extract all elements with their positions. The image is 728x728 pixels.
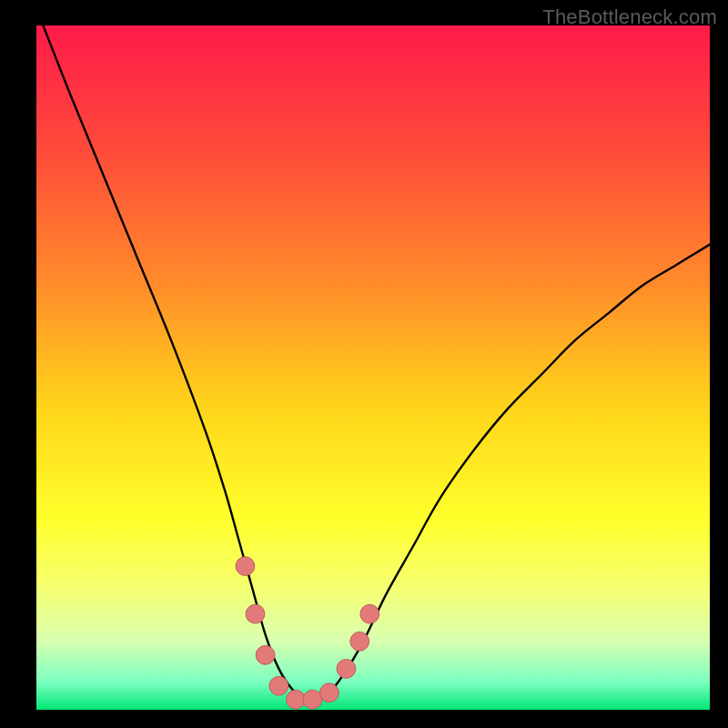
marker-point <box>236 557 255 576</box>
marker-point <box>360 604 379 623</box>
watermark-text: TheBottleneck.com <box>542 5 717 29</box>
marker-point <box>256 645 275 664</box>
marker-point <box>337 659 356 678</box>
chart-container: TheBottleneck.com <box>0 0 728 728</box>
marker-point <box>246 604 265 623</box>
marker-point <box>320 683 339 703</box>
marker-point <box>269 676 288 695</box>
marker-point <box>350 632 369 651</box>
bottleneck-chart <box>0 0 728 728</box>
marker-point <box>287 690 306 709</box>
marker-point <box>303 690 322 709</box>
